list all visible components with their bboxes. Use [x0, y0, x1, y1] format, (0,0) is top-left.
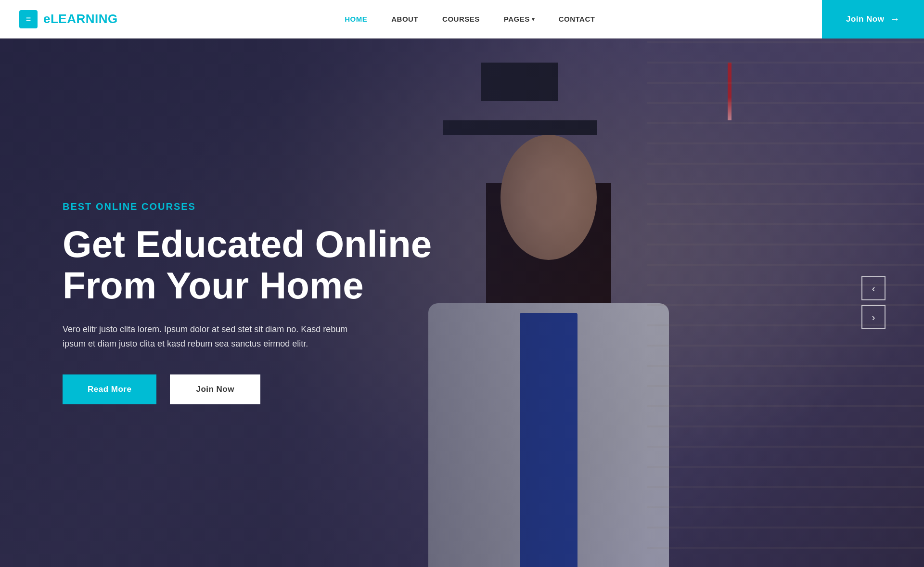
slider-prev-button[interactable]: ‹: [861, 276, 886, 300]
hero-title: Get Educated Online From Your Home: [63, 224, 432, 307]
nav-link-courses[interactable]: COURSES: [442, 15, 480, 23]
nav-link-contact[interactable]: CONTACT: [559, 15, 595, 23]
hero-section: BEST ONLINE COURSES Get Educated Online …: [0, 39, 924, 567]
read-more-button[interactable]: Read More: [63, 374, 156, 404]
nav-link-pages[interactable]: PAGES: [504, 15, 530, 23]
slider-arrows: ‹ ›: [861, 276, 886, 329]
logo[interactable]: ≡ eLEARNING: [19, 10, 118, 28]
hero-subtitle: BEST ONLINE COURSES: [63, 201, 432, 212]
join-now-button[interactable]: Join Now: [170, 374, 260, 404]
nav-join-label: Join Now: [846, 14, 885, 24]
logo-text: eLEARNING: [43, 12, 118, 26]
hero-description: Vero elitr justo clita lorem. Ipsum dolo…: [63, 322, 371, 351]
chevron-down-icon: ▾: [532, 16, 535, 23]
nav-join-arrow: →: [890, 13, 900, 25]
slider-next-button[interactable]: ›: [861, 305, 886, 329]
navbar: ≡ eLEARNING HOME ABOUT COURSES PAGES ▾ C…: [0, 0, 924, 39]
nav-item-courses[interactable]: COURSES: [442, 15, 480, 24]
nav-links: HOME ABOUT COURSES PAGES ▾ CONTACT: [345, 15, 595, 24]
hero-buttons: Read More Join Now: [63, 374, 432, 404]
nav-link-about[interactable]: ABOUT: [391, 15, 418, 23]
nav-item-about[interactable]: ABOUT: [391, 15, 418, 24]
nav-item-contact[interactable]: CONTACT: [559, 15, 595, 24]
nav-link-home[interactable]: HOME: [345, 15, 367, 23]
nav-item-pages[interactable]: PAGES ▾: [504, 15, 535, 23]
hero-content: BEST ONLINE COURSES Get Educated Online …: [0, 201, 432, 404]
logo-icon: ≡: [19, 10, 38, 28]
nav-item-home[interactable]: HOME: [345, 15, 367, 24]
nav-join-button[interactable]: Join Now →: [822, 0, 924, 39]
